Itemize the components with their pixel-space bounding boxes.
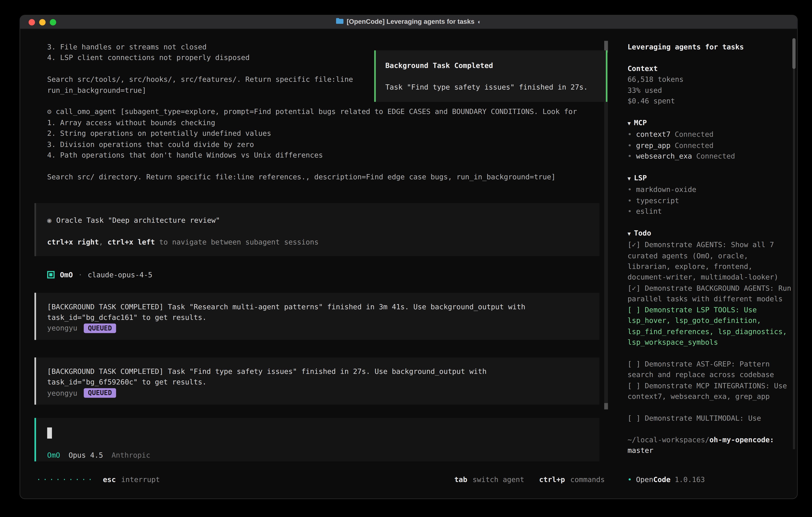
context-section: Context 66,518 tokens 33% used $0.46 spe… (628, 63, 793, 106)
app-name-bold: Code (653, 474, 670, 485)
bullet-icon: • (628, 151, 636, 161)
message-footer: yeongyu QUEUED (47, 387, 600, 398)
workspace-repo: oh-my-opencode: (709, 435, 774, 444)
terminal-line: 1. Array access without bounds checking (34, 117, 600, 128)
chevron-down-icon: ▼ (628, 231, 631, 237)
spinner-dots: ········· (36, 474, 94, 485)
terminal-line: 2. String operations on potentially unde… (34, 128, 600, 139)
zoom-button[interactable] (50, 19, 56, 25)
mcp-header[interactable]: ▼MCP (628, 117, 793, 129)
oracle-task-title: ◉Oracle Task "Deep architecture review" (47, 215, 600, 226)
prompt-input[interactable]: OmO Opus 4.5 Anthropic (34, 418, 600, 462)
todo-item: [ ] Demonstrate LSP TOOLS: Use lsp_hover… (628, 304, 793, 348)
oracle-task-card: ◉Oracle Task "Deep architecture review" … (34, 203, 600, 256)
todo-item: [ ] Demonstrate AST-GREP: Pattern search… (628, 358, 793, 380)
titlebar: [OpenCode] Leveraging agents for tasks ◐ (20, 16, 797, 29)
scrollbar-track[interactable] (793, 69, 795, 449)
hint-key-left: ctrl+x left (108, 238, 155, 246)
lsp-name: typescript (636, 195, 679, 206)
mcp-name: websearch_exa (636, 151, 692, 161)
background-task-notification: Background Task Completed Task "Find typ… (374, 50, 607, 102)
message-line: task_id="bg_dcfac161" to get results. (47, 312, 600, 323)
status-bar-right: tab switch agent ctrl+p commands (454, 474, 605, 485)
oracle-task-title-text: Oracle Task "Deep architecture review" (56, 216, 220, 224)
context-spent: $0.46 spent (628, 96, 793, 106)
minimize-button[interactable] (39, 19, 46, 25)
ctrl-p-key-hint: ctrl+p (539, 474, 565, 485)
mcp-section: ▼MCP •context7Connected •grep_appConnect… (628, 117, 793, 162)
opencode-window: [OpenCode] Leveraging agents for tasks ◐… (20, 15, 798, 499)
gear-icon: ⚙ (47, 107, 52, 116)
sidebar-footer: • Open Code 1.0.163 (628, 474, 705, 485)
main-pane: 3. File handles or streams not closed 4.… (20, 30, 615, 498)
lsp-item: •eslint (628, 206, 793, 217)
todo-header[interactable]: ▼Todo (628, 227, 793, 239)
workspace-path: ~/local-workspaces/oh-my-opencode: maste… (628, 434, 793, 456)
workspace-branch: master (628, 446, 654, 455)
fisheye-icon: ◉ (47, 216, 52, 224)
ctrl-p-key-label: commands (570, 474, 605, 485)
tab-key-hint: tab (454, 474, 467, 485)
message-footer: yeongyu QUEUED (47, 323, 600, 333)
lsp-name: eslint (636, 206, 662, 217)
bullet-icon: • (628, 206, 636, 217)
lsp-item: •typescript (628, 195, 793, 206)
desktop: [OpenCode] Leveraging agents for tasks ◐… (0, 0, 812, 517)
message-author: yeongyu (47, 387, 77, 398)
terminal-line: 3. Division operations that could divide… (34, 139, 600, 149)
todo-item: [✓] Demonstrate BACKGROUND AGENTS: Run p… (628, 283, 793, 304)
lsp-name: markdown-oxide (636, 184, 696, 195)
terminal-line: Search src/ directory. Return specific f… (34, 171, 600, 182)
session-status-icon: ◐ (478, 17, 481, 27)
tab-key-label: switch agent (472, 474, 524, 485)
background-task-message: [BACKGROUND TASK COMPLETED] Task "Resear… (34, 293, 600, 340)
bullet-icon: • (628, 195, 636, 206)
mcp-status: Connected (696, 151, 735, 161)
queued-badge: QUEUED (84, 388, 116, 398)
mcp-item: •websearch_exaConnected (628, 151, 793, 161)
folder-icon (336, 17, 344, 27)
todo-item: [ ] Demonstrate MULTIMODAL: Use (628, 412, 793, 423)
context-tokens: 66,518 tokens (628, 74, 793, 85)
close-button[interactable] (29, 19, 35, 25)
scrollbar-thumb[interactable] (604, 403, 608, 409)
terminal-line: 4. Path operations that don't handle Win… (34, 149, 600, 160)
status-bar: ········· esc interrupt tab switch agent… (36, 474, 605, 485)
background-task-message: [BACKGROUND TASK COMPLETED] Task "Find t… (34, 357, 600, 405)
mcp-item: •grep_appConnected (628, 140, 793, 151)
chevron-down-icon: ▼ (628, 120, 631, 126)
model-name: claude-opus-4-5 (88, 270, 152, 280)
sidebar-scrollbar[interactable] (792, 38, 795, 449)
bullet-icon: • (628, 140, 636, 151)
lsp-header[interactable]: ▼LSP (628, 172, 793, 184)
app-version: 1.0.163 (675, 474, 705, 485)
todo-item: [ ] Demonstrate MCP INTEGRATIONS: Use co… (628, 380, 793, 402)
input-model-label: Opus 4.5 (68, 450, 103, 461)
subagent-nav-hint: ctrl+x right, ctrl+x left to navigate be… (47, 237, 600, 247)
agent-name: OmO (60, 270, 73, 280)
hint-description: to navigate between subagent sessions (155, 238, 318, 246)
session-header[interactable]: OmO · claude-opus-4-5 (34, 270, 600, 280)
workspace-path-prefix: ~/local-workspaces/ (628, 435, 709, 444)
lsp-section: ▼LSP •markdown-oxide •typescript •eslint (628, 172, 793, 217)
terminal-line (34, 160, 600, 171)
lsp-header-text: LSP (634, 173, 647, 182)
tool-call-line: ⚙call_omo_agent [subagent_type=explore, … (34, 106, 600, 117)
mcp-name: context7 (636, 129, 670, 140)
scrollbar-thumb[interactable] (792, 38, 795, 69)
context-header: Context (628, 63, 793, 74)
window-title: [OpenCode] Leveraging agents for tasks ◐ (336, 17, 481, 27)
input-provider-label: Anthropic (112, 450, 150, 461)
message-line: [BACKGROUND TASK COMPLETED] Task "Resear… (47, 301, 600, 312)
todo-section: ▼Todo [✓] Demonstrate AGENTS: Show all 7… (628, 227, 793, 424)
todo-item: [✓] Demonstrate AGENTS: Show all 7 curat… (628, 239, 793, 283)
mcp-name: grep_app (636, 140, 670, 151)
text-cursor (47, 428, 52, 439)
input-agent-label: OmO (47, 450, 60, 461)
bullet-icon: • (628, 184, 636, 195)
bullet-icon: • (628, 474, 636, 485)
hint-separator: , (99, 238, 108, 246)
agent-checkbox-icon (47, 271, 55, 279)
notification-title: Background Task Completed (385, 60, 597, 71)
sidebar: Leveraging agents for tasks Context 66,5… (615, 30, 797, 498)
